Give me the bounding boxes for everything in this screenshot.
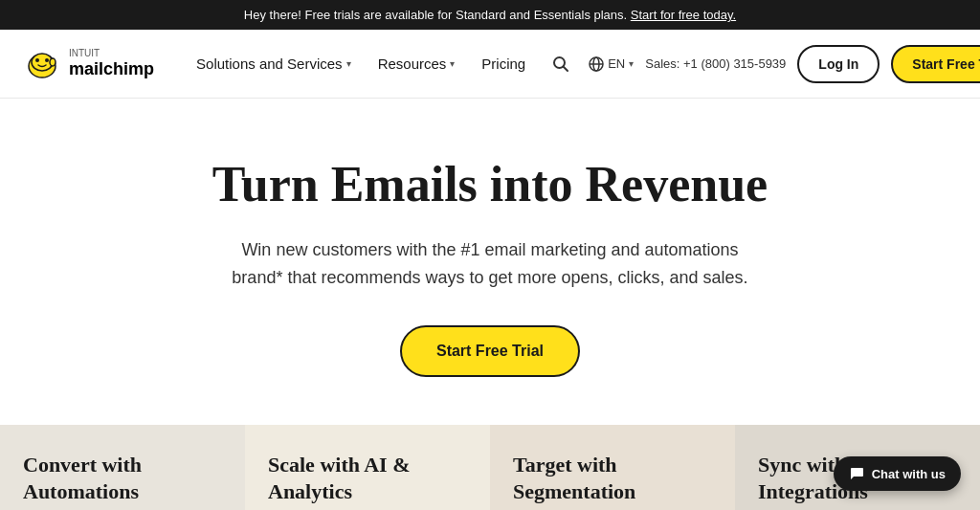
logo[interactable]: INTUIT mailchimp <box>23 45 154 83</box>
feature-cards: Convert with Automations Scale with AI &… <box>0 425 980 510</box>
search-icon <box>552 55 569 73</box>
nav-right: EN ▾ Sales: +1 (800) 315-5939 Log In Sta… <box>545 45 980 83</box>
intuit-label: INTUIT <box>69 48 154 59</box>
hero-title: Turn Emails into Revenue <box>23 156 957 213</box>
hero-section: Turn Emails into Revenue Win new custome… <box>0 99 980 425</box>
logo-text: INTUIT mailchimp <box>69 48 154 80</box>
feature-card-automations[interactable]: Convert with Automations <box>0 425 245 510</box>
svg-point-3 <box>45 58 49 62</box>
navbar: INTUIT mailchimp Solutions and Services … <box>0 30 980 99</box>
feature-ai-title: Scale with AI & Analytics <box>268 452 467 504</box>
nav-pricing[interactable]: Pricing <box>470 48 537 79</box>
globe-icon <box>589 56 604 72</box>
feature-segmentation-title: Target with Segmentation <box>513 452 712 504</box>
announcement-text: Hey there! Free trials are available for… <box>244 8 627 22</box>
svg-point-4 <box>50 58 56 66</box>
feature-automations-title: Convert with Automations <box>23 452 222 504</box>
hero-trial-button[interactable]: Start Free Trial <box>400 325 580 377</box>
nav-trial-button[interactable]: Start Free Trial <box>891 45 980 83</box>
feature-card-ai[interactable]: Scale with AI & Analytics <box>245 425 490 510</box>
mailchimp-label: mailchimp <box>69 59 154 80</box>
nav-solutions[interactable]: Solutions and Services ▾ <box>185 48 363 79</box>
chat-label: Chat with us <box>872 467 946 481</box>
chevron-down-icon: ▾ <box>346 58 351 69</box>
lang-chevron-icon: ▾ <box>629 58 634 69</box>
mailchimp-logo-icon <box>23 45 61 83</box>
svg-point-2 <box>35 58 39 62</box>
announcement-bar: Hey there! Free trials are available for… <box>0 0 980 30</box>
chat-widget[interactable]: Chat with us <box>834 456 961 491</box>
language-label: EN <box>608 56 625 71</box>
nav-items: Solutions and Services ▾ Resources ▾ Pri… <box>185 48 537 79</box>
sales-phone: Sales: +1 (800) 315-5939 <box>645 56 786 71</box>
svg-line-6 <box>564 66 568 71</box>
announcement-link[interactable]: Start for free today. <box>631 8 736 22</box>
chat-icon <box>849 466 864 481</box>
nav-resources[interactable]: Resources ▾ <box>367 48 467 79</box>
search-button[interactable] <box>545 48 577 80</box>
language-selector[interactable]: EN ▾ <box>589 56 634 72</box>
feature-card-segmentation[interactable]: Target with Segmentation <box>490 425 735 510</box>
hero-subtitle: Win new customers with the #1 email mark… <box>222 236 758 292</box>
chevron-down-icon: ▾ <box>450 58 455 69</box>
login-button[interactable]: Log In <box>797 45 880 83</box>
